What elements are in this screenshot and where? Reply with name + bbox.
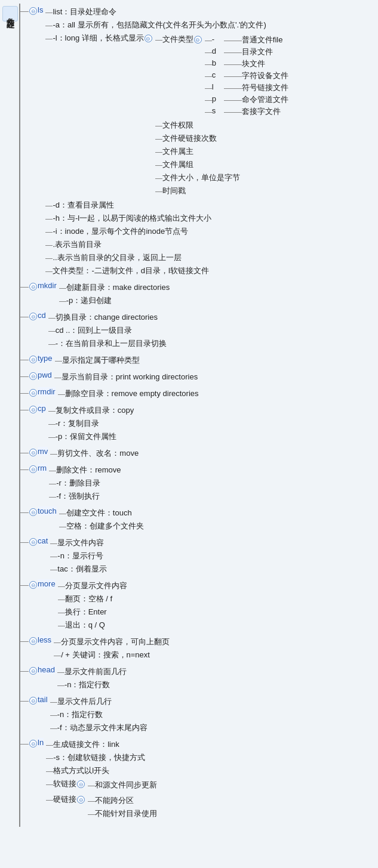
ln-toggle[interactable]: ⊖ bbox=[29, 740, 37, 747]
ft-l: l bbox=[212, 82, 224, 91]
mkdir-main: 创建新目录：make directories bbox=[66, 282, 170, 293]
head-toggle[interactable]: ⊖ bbox=[29, 667, 37, 675]
cmd-tail-row: ⊖ tail 显示文件后几行 -n：指定行数 -f：动态显示文件末尾内容 bbox=[20, 695, 147, 734]
head-main: 显示文件前面几行 bbox=[64, 666, 127, 677]
ln-softlink: 软链接 bbox=[53, 779, 76, 789]
ln-hardlink-nopart: 不能跨分区 bbox=[95, 795, 134, 806]
touch-space: 空格：创建多个文件夹 bbox=[66, 521, 144, 532]
rm-f: -f：强制执行 bbox=[56, 491, 100, 502]
rm-r: -r：删除目录 bbox=[56, 478, 100, 489]
ln-children: 生成链接文件：link -s：创建软链接，快捷方式 格式方式以l开头 软链接 bbox=[46, 738, 157, 821]
ft-b-desc: 块文件 bbox=[242, 58, 265, 69]
cd-main: 切换目录：change directories bbox=[56, 312, 158, 323]
ln-softlink-sync: 和源文件同步更新 bbox=[95, 780, 157, 790]
more-label: more bbox=[38, 579, 56, 588]
cat-main: 显示文件内容 bbox=[57, 538, 104, 548]
cmd-mv-row: ⊖ mv 剪切文件、改名：move bbox=[20, 447, 139, 460]
cp-children: 复制文件或目录：copy -r：复制目录 -p：保留文件属性 bbox=[48, 404, 134, 443]
pwd-toggle[interactable]: ⊖ bbox=[29, 372, 37, 380]
cp-main: 复制文件或目录：copy bbox=[56, 405, 134, 416]
tail-n: -n：指定行数 bbox=[57, 709, 103, 720]
tail-children: 显示文件后几行 -n：指定行数 -f：动态显示文件末尾内容 bbox=[50, 695, 147, 734]
cat-toggle[interactable]: ⊖ bbox=[29, 538, 37, 546]
less-label: less bbox=[38, 635, 51, 644]
more-quit: 退出：q / Q bbox=[65, 620, 105, 631]
cd-toggle[interactable]: ⊖ bbox=[29, 313, 37, 320]
more-line: 换行：Enter bbox=[65, 607, 107, 617]
ln-hardlink-toggle[interactable]: ⊖ bbox=[77, 796, 85, 804]
tail-toggle[interactable]: ⊖ bbox=[29, 697, 37, 705]
hline-ls bbox=[20, 11, 29, 12]
rmdir-main: 删除空目录：remove empty directories bbox=[65, 388, 199, 399]
ls-toggle[interactable]: ⊖ bbox=[29, 7, 37, 15]
cp-toggle[interactable]: ⊖ bbox=[29, 406, 37, 413]
cmd-cat-row: ⊖ cat 显示文件内容 -n：显示行号 tac：倒着显示 bbox=[20, 536, 107, 576]
ls-l: -l：long 详细，长格式显示 bbox=[53, 33, 143, 44]
ls-l-timestamp: 时间戳 bbox=[162, 186, 186, 196]
mv-main: 剪切文件、改名：move bbox=[57, 448, 139, 459]
ls-filetypes: 文件类型：-二进制文件，d目录，l软链接文件 bbox=[53, 265, 208, 276]
cmd-cp-row: ⊖ cp 复制文件或目录：copy -r：复制目录 -p：保留文件属性 bbox=[20, 404, 134, 443]
cmd-touch-row: ⊖ touch 创建空文件：touch 空格：创建多个文件夹 bbox=[20, 506, 144, 533]
ft-d-desc: 目录文件 bbox=[242, 47, 273, 57]
ft-minus: - bbox=[212, 35, 224, 44]
more-toggle[interactable]: ⊖ bbox=[29, 581, 37, 589]
ls-label: ls bbox=[38, 5, 43, 14]
head-n: -n：指定行数 bbox=[64, 679, 110, 690]
commands-list: ⊖ ls list：目录处理命令 -a：all 显示所有，包括隐藏文件(文件名开… bbox=[20, 4, 288, 823]
cat-tac: tac：倒着显示 bbox=[57, 564, 106, 574]
ls-h: -h：与-l一起，以易于阅读的格式输出文件大小 bbox=[53, 213, 211, 224]
ln-main: 生成链接文件：link bbox=[53, 739, 119, 750]
type-main: 显示指定属于哪种类型 bbox=[62, 355, 140, 366]
mkdir-label: mkdir bbox=[38, 281, 57, 290]
file-type-toggle[interactable]: ⊖ bbox=[194, 36, 202, 44]
ft-minus-desc: 普通文件file bbox=[242, 35, 283, 45]
touch-toggle[interactable]: ⊖ bbox=[29, 508, 37, 516]
ft-p-desc: 命令管道文件 bbox=[242, 94, 288, 105]
ln-hardlink: 硬链接 bbox=[53, 794, 76, 805]
ln-label: ln bbox=[38, 738, 44, 747]
ft-c-desc: 字符设备文件 bbox=[242, 70, 288, 81]
cmd-rm-row: ⊖ rm 删除文件：remove -r：删除目录 -f：强制执行 bbox=[20, 464, 121, 503]
more-children: 分页显示文件内容 翻页：空格 / f 换行：Enter 退出：q / Q bbox=[58, 579, 127, 632]
rm-label: rm bbox=[38, 464, 47, 472]
type-toggle[interactable]: ⊖ bbox=[29, 356, 37, 363]
head-label: head bbox=[38, 665, 55, 674]
rm-main: 删除文件：remove bbox=[56, 465, 121, 475]
ln-softlink-toggle[interactable]: ⊖ bbox=[77, 780, 85, 788]
cmd-pwd-row: ⊖ pwd 显示当前目录：print working directories bbox=[20, 370, 198, 384]
less-main: 分页显示文件内容，可向上翻页 bbox=[61, 637, 170, 647]
rmdir-toggle[interactable]: ⊖ bbox=[29, 389, 37, 397]
cmd-cd-row: ⊖ cd 切换目录：change directories cd ..：回到上一级… bbox=[20, 311, 167, 350]
cd-dash: -：在当前目录和上一层目录切换 bbox=[56, 338, 167, 349]
cmd-ls-row: ⊖ ls list：目录处理命令 -a：all 显示所有，包括隐藏文件(文件名开… bbox=[20, 5, 288, 277]
ls-l-size: 文件大小，单位是字节 bbox=[162, 172, 240, 183]
cmd-head-row: ⊖ head 显示文件前面几行 -n：指定行数 bbox=[20, 665, 127, 691]
rmdir-children: 删除空目录：remove empty directories bbox=[58, 387, 199, 400]
cmd-type-row: ⊖ type 显示指定属于哪种类型 bbox=[20, 354, 140, 367]
file-type-children: - 普通文件file d 目录文件 bbox=[205, 34, 288, 118]
less-toggle[interactable]: ⊖ bbox=[29, 637, 37, 645]
ln-format: 格式方式以l开头 bbox=[53, 765, 109, 776]
root-label: 文件处理 bbox=[2, 6, 18, 21]
rm-toggle[interactable]: ⊖ bbox=[29, 465, 37, 473]
ln-softlink-children: 和源文件同步更新 bbox=[88, 779, 157, 792]
less-children: 分页显示文件内容，可向上翻页 / + 关键词：搜索，n=next bbox=[54, 635, 170, 662]
ln-s: -s：创建软链接，快捷方式 bbox=[53, 752, 145, 763]
cp-label: cp bbox=[38, 404, 46, 413]
ft-s: s bbox=[212, 106, 224, 115]
cmd-rmdir-row: ⊖ rmdir 删除空目录：remove empty directories bbox=[20, 387, 199, 400]
cat-children: 显示文件内容 -n：显示行号 tac：倒着显示 bbox=[50, 536, 106, 576]
less-search: / + 关键词：搜索，n=next bbox=[61, 650, 150, 660]
ls-children: list：目录处理命令 -a：all 显示所有，包括隐藏文件(文件名开头为小数点… bbox=[45, 5, 288, 277]
cmd-less-row: ⊖ less 分页显示文件内容，可向上翻页 / + 关键词：搜索，n=next bbox=[20, 635, 170, 662]
mkdir-toggle[interactable]: ⊖ bbox=[29, 283, 37, 291]
tail-main: 显示文件后几行 bbox=[57, 696, 112, 707]
cd-dotdot: cd ..：回到上一级目录 bbox=[56, 325, 133, 336]
file-type-label: 文件类型 bbox=[162, 34, 193, 45]
cat-label: cat bbox=[38, 536, 48, 545]
ls-l-toggle[interactable]: ⊖ bbox=[145, 35, 152, 42]
cmd-mkdir-row: ⊖ mkdir 创建新目录：make directories -p：递归创建 bbox=[20, 281, 170, 307]
mv-toggle[interactable]: ⊖ bbox=[29, 449, 37, 456]
touch-children: 创建空文件：touch 空格：创建多个文件夹 bbox=[59, 506, 144, 533]
